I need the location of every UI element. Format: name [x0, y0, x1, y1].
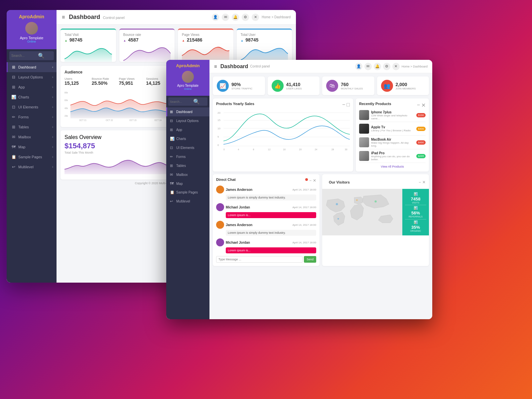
f-tables-icon: ⊞ [170, 164, 175, 168]
svg-text:8: 8 [253, 148, 254, 151]
back-nav-charts[interactable]: 📊 Charts › [7, 92, 57, 102]
f-forms-icon: ✏ [170, 155, 175, 159]
chat-input[interactable] [216, 256, 303, 263]
front-nav-ui[interactable]: ⊡ UI Elements [166, 143, 209, 152]
back-search-input[interactable] [11, 54, 38, 58]
visitors-close[interactable]: ✕ [422, 180, 426, 185]
visitors-minimize[interactable]: − [419, 180, 421, 185]
front-nav-dashboard[interactable]: ⊞ Dashboard [166, 107, 209, 116]
direct-chat-card: Direct Chat − ✕ James Anderson April 14,… [213, 174, 320, 266]
chat-minimize[interactable]: − [309, 178, 312, 183]
map-icon: 🗺 [11, 145, 16, 149]
back-nav-ui[interactable]: ⊡ UI Elements › [7, 102, 57, 112]
multilevel-icon: ↩ [11, 165, 16, 169]
back-breadcrumb: Home > Dashboard [262, 15, 291, 19]
view-all-products[interactable]: View All Products [359, 165, 426, 168]
kpi-traffic: 📈 90% Store Traffic [213, 76, 265, 95]
stat-label-0: Total Visit [65, 33, 112, 37]
front-nav-forms[interactable]: ✏ Forms [166, 152, 209, 161]
back-nav-multilevel[interactable]: ↩ Multilevel › [7, 162, 57, 172]
vis-divider-1 [405, 205, 426, 205]
f-dashboard-icon: ⊞ [170, 110, 175, 114]
chat-close[interactable]: ✕ [313, 178, 316, 183]
product-ipad: iPad Pro Anything you can do, you can do… [359, 149, 426, 163]
front-nav-charts[interactable]: 📊 Charts [166, 134, 209, 143]
search-icon: 🔍 [38, 53, 45, 59]
recently-card: Recently Products − ✕ Iphone 7plus 12M W… [356, 98, 429, 172]
svg-text:12: 12 [268, 148, 271, 151]
front-bell-icon[interactable]: 🔔 [374, 63, 381, 70]
back-nav-mailbox[interactable]: ✉ Mailbox › [7, 132, 57, 142]
back-nav-sample[interactable]: 📋 Sample Pages › [7, 152, 57, 162]
user-icon[interactable]: 👤 [212, 14, 219, 21]
svg-text:OCT 24: OCT 24 [154, 119, 162, 121]
bell-icon[interactable]: 🔔 [232, 14, 239, 21]
front-user-icon[interactable]: 👤 [355, 63, 362, 70]
svg-text:16: 16 [283, 148, 286, 151]
avatar-michael2 [216, 238, 224, 246]
sample-icon: 📋 [11, 155, 16, 159]
front-nav-multilevel[interactable]: ↩ Multilevel [166, 197, 209, 206]
expand-icon[interactable]: □ [346, 102, 350, 108]
front-main: ≡ Dashboard Control panel 👤 ✉ 🔔 ⚙ ✕ Home… [209, 60, 432, 319]
envelope-icon[interactable]: ✉ [222, 14, 229, 21]
back-nav-layout[interactable]: ⊟ Layout Options › [7, 72, 57, 82]
back-nav-dashboard[interactable]: ⊞ Dashboard ‹ [7, 62, 57, 72]
stat-label-2: Page Views [182, 33, 229, 37]
svg-point-53 [374, 200, 376, 202]
minimize-icon[interactable]: − [342, 102, 345, 108]
settings-icon[interactable]: ⚙ [242, 14, 249, 21]
back-username: Apro Template [10, 36, 53, 40]
front-search-input[interactable] [170, 100, 193, 103]
back-hamburger[interactable]: ≡ [62, 14, 65, 20]
recently-minimize[interactable]: − [417, 102, 420, 108]
back-nav-forms[interactable]: ✏ Forms › [7, 112, 57, 122]
back-search[interactable]: 🔍 [9, 51, 54, 60]
product-iphone: Iphone 7plus 12M Wide-angle and telephot… [359, 108, 426, 122]
front-nav-layout[interactable]: ⊟ Layout Options [166, 116, 209, 125]
recently-close[interactable]: ✕ [421, 102, 426, 108]
sales-subtitle: Total Sale This Month [65, 151, 171, 154]
front-nav-tables[interactable]: ⊞ Tables [166, 161, 209, 170]
avatar-michael1 [216, 203, 224, 211]
front-avatar [182, 71, 194, 83]
svg-text:60k: 60k [65, 99, 68, 101]
front-close-icon[interactable]: ✕ [392, 63, 400, 70]
front-nav-map[interactable]: 🗺 Map [166, 179, 209, 188]
back-stat-cards: Total Visit ▲ 98745 [61, 29, 292, 62]
vis-referrals: 📊 56% Referrals [405, 206, 426, 218]
front-page-title: Dashboard [220, 64, 248, 69]
layout-icon: ⊟ [11, 75, 16, 79]
f-ui-icon: ⊡ [170, 146, 175, 150]
front-nav-mailbox[interactable]: ✉ Mailbox [166, 170, 209, 179]
visitors-inner: 📊 7458 Visits 📊 56% Referrals [322, 189, 429, 235]
chat-msg-3: James Anderson April 14, 2017 18:00 Lore… [216, 221, 316, 236]
stat-chart-2 [182, 44, 229, 62]
svg-text:10: 10 [217, 127, 220, 130]
close-icon[interactable]: ✕ [252, 14, 259, 21]
front-nav-sample[interactable]: 📋 Sample Pages [166, 188, 209, 197]
front-settings-icon[interactable]: ⚙ [383, 63, 390, 70]
send-button[interactable]: Send [304, 256, 316, 263]
metric-users: Users 15,125 [65, 77, 89, 86]
front-nav-app[interactable]: ⊞ App [166, 125, 209, 134]
sales-title: Sales Overview [65, 134, 171, 140]
back-nav-tables[interactable]: ⊞ Tables › [7, 122, 57, 132]
back-page-title: Dashboard [69, 14, 100, 21]
back-status: Online [10, 40, 53, 43]
chat-dot-red [305, 178, 308, 181]
kpi-row: 📈 90% Store Traffic 👍 41,410 User Likes … [213, 76, 429, 95]
svg-text:20: 20 [217, 111, 220, 114]
f-mailbox-icon: ✉ [170, 173, 175, 177]
front-search[interactable]: 🔍 [168, 97, 207, 106]
back-nav-app[interactable]: ⊞ App › [7, 82, 57, 92]
stat-total-visit: Total Visit ▲ 98745 [61, 29, 116, 62]
dashboard-icon: ⊞ [11, 65, 16, 69]
front-envelope-icon[interactable]: ✉ [364, 63, 372, 70]
back-nav-map[interactable]: 🗺 Map › [7, 142, 57, 152]
app-icon: ⊞ [11, 85, 16, 89]
kpi-members: 👥 2,000 Join Members [377, 76, 429, 95]
back-topbar: ≡ Dashboard Control panel 👤 ✉ 🔔 ⚙ ✕ Home… [57, 10, 296, 25]
front-hamburger[interactable]: ≡ [214, 64, 217, 69]
svg-point-51 [336, 203, 338, 205]
